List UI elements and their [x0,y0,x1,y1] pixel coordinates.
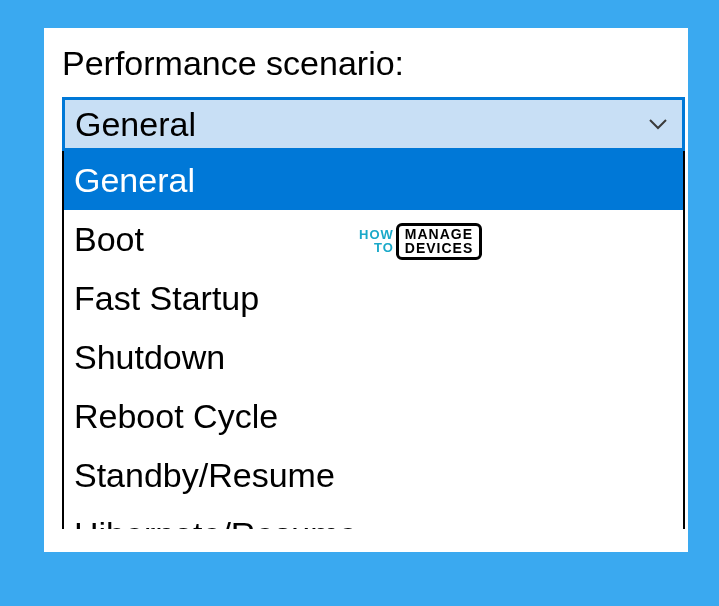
dropdown-option-general[interactable]: General [64,151,683,210]
performance-scenario-label: Performance scenario: [62,44,688,83]
settings-panel: Performance scenario: General General Bo… [44,28,688,552]
dropdown-option-standby-resume[interactable]: Standby/Resume [64,446,683,505]
performance-scenario-combobox[interactable]: General [62,97,685,151]
combobox-selected-value: General [75,105,196,144]
dropdown-option-boot[interactable]: Boot [64,210,683,269]
dropdown-option-hibernate-resume[interactable]: Hibernate/Resume [64,505,683,529]
chevron-down-icon [646,112,670,136]
dropdown-option-shutdown[interactable]: Shutdown [64,328,683,387]
performance-scenario-dropdown[interactable]: General Boot Fast Startup Shutdown Reboo… [62,151,685,529]
dropdown-option-fast-startup[interactable]: Fast Startup [64,269,683,328]
dropdown-option-reboot-cycle[interactable]: Reboot Cycle [64,387,683,446]
